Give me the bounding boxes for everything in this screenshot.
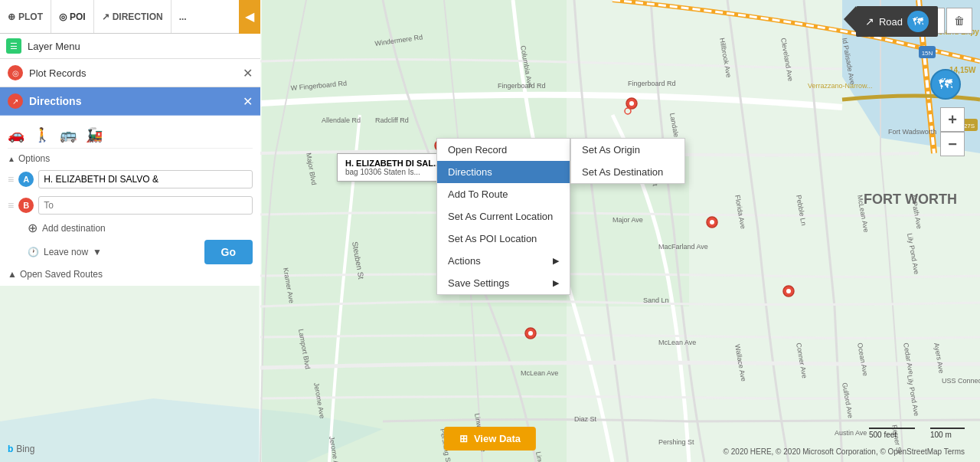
- svg-text:MacFarland Ave: MacFarland Ave: [658, 243, 708, 251]
- origin-row: ≡ A: [8, 170, 253, 188]
- svg-text:Radcliff Rd: Radcliff Rd: [375, 116, 409, 124]
- bing-icon: b: [8, 444, 13, 454]
- zoom-in-button[interactable]: +: [940, 107, 965, 132]
- road-view-button[interactable]: ↗ Road 🗺: [856, 6, 938, 37]
- ctx-save-settings[interactable]: Save Settings ▶: [437, 272, 570, 294]
- scale-meters-label: 100 m: [930, 431, 952, 439]
- directions-header: ↗ Directions ✕: [0, 87, 260, 116]
- add-dest-plus-icon: ⊕: [28, 221, 38, 235]
- zoom-controls: + −: [940, 107, 965, 156]
- transport-train-icon[interactable]: 🚂: [86, 126, 103, 143]
- dest-letter-badge: B: [18, 198, 34, 213]
- compass-button[interactable]: 🗺: [930, 69, 961, 100]
- toolbar: ⊕ PLOT ◎ POI ↗ DIRECTION ... ◀: [0, 0, 260, 34]
- open-saved-routes-row[interactable]: ▲ Open Saved Routes: [8, 269, 253, 280]
- ctx-directions[interactable]: Directions: [437, 161, 570, 183]
- directions-close-button[interactable]: ✕: [243, 94, 253, 109]
- fort-worth-text: FORT WORTH: [864, 192, 957, 207]
- options-arrow-icon: ▲: [8, 155, 15, 163]
- ctx-add-to-route[interactable]: Add To Route: [437, 183, 570, 205]
- bing-logo: b Bing: [8, 444, 34, 454]
- ctx-directions-label: Directions: [448, 166, 492, 178]
- svg-point-61: [710, 220, 714, 224]
- ctx-actions-label: Actions: [448, 255, 481, 267]
- leave-now-arrow-icon: ▼: [93, 247, 102, 257]
- svg-text:Major Ave: Major Ave: [612, 216, 643, 224]
- clock-icon: 🕐: [28, 247, 39, 257]
- svg-point-65: [786, 289, 791, 293]
- sub-ctx-set-destination[interactable]: Set As Destination: [571, 161, 684, 183]
- options-row[interactable]: ▲ Options: [8, 153, 253, 164]
- plot-records-panel: ◎ Plot Records ✕: [0, 59, 260, 87]
- origin-letter-badge: A: [18, 172, 34, 187]
- direction-label: DIRECTION: [113, 11, 163, 22]
- go-button[interactable]: Go: [204, 240, 253, 264]
- svg-text:27S: 27S: [964, 123, 975, 129]
- plot-records-close-button[interactable]: ✕: [243, 66, 253, 80]
- svg-text:Austin Ave: Austin Ave: [835, 429, 867, 437]
- direction-button[interactable]: ↗ DIRECTION: [94, 0, 172, 33]
- context-menu: Open Record Directions Add To Route Set …: [436, 138, 570, 295]
- road-btn-label: Road: [879, 16, 903, 28]
- location-popup: H. ELIZABETH DI SAL... bag 10306 Staten …: [337, 153, 449, 182]
- svg-text:Pershing St: Pershing St: [658, 438, 694, 446]
- options-label: Options: [18, 153, 50, 164]
- plot-records-icon: ◎: [8, 65, 23, 80]
- svg-text:Fort Wadsworth: Fort Wadsworth: [888, 128, 936, 136]
- svg-text:15N: 15N: [922, 50, 933, 57]
- svg-point-58: [629, 101, 634, 106]
- ctx-set-poi-location[interactable]: Set As POI Location: [437, 228, 570, 250]
- svg-text:McLean Ave: McLean Ave: [521, 369, 558, 377]
- transport-car-icon[interactable]: 🚗: [8, 126, 24, 143]
- origin-input[interactable]: [38, 170, 253, 188]
- ctx-open-record[interactable]: Open Record: [437, 139, 570, 161]
- delete-button[interactable]: 🗑: [946, 8, 972, 34]
- poi-button[interactable]: ◎ POI: [51, 0, 94, 33]
- layer-menu-panel[interactable]: ☰ Layer Menu: [0, 34, 260, 59]
- scale-feet-line: [869, 428, 915, 429]
- view-data-button[interactable]: ⊞ View Data: [444, 427, 536, 451]
- panel-collapse-arrow[interactable]: ◀: [239, 0, 260, 34]
- svg-text:Verrazzano-Narrow...: Verrazzano-Narrow...: [808, 82, 873, 90]
- ctx-save-settings-arrow-icon: ▶: [553, 278, 559, 288]
- svg-text:McLean Ave: McLean Ave: [658, 339, 696, 346]
- plot-button[interactable]: ⊕ PLOT: [0, 0, 51, 33]
- ctx-add-to-route-label: Add To Route: [448, 188, 508, 200]
- ctx-actions-arrow-icon: ▶: [553, 256, 559, 266]
- copyright-label: © 2020 HERE, © 2020 Microsoft Corporatio…: [724, 447, 965, 456]
- transport-bus-icon[interactable]: 🚌: [60, 126, 77, 143]
- ctx-set-current-location[interactable]: Set As Current Location: [437, 205, 570, 228]
- sub-ctx-set-origin[interactable]: Set As Origin: [571, 139, 684, 161]
- sub-context-menu: Set As Origin Set As Destination: [570, 138, 685, 184]
- add-destination-row[interactable]: ⊕ Add destination: [28, 221, 253, 235]
- ctx-set-poi-location-label: Set As POI Location: [448, 233, 537, 244]
- plot-records-title: Plot Records: [29, 67, 237, 79]
- svg-text:Diaz St: Diaz St: [574, 415, 597, 423]
- open-saved-arrow-icon: ▲: [8, 269, 17, 280]
- zoom-out-button[interactable]: −: [940, 132, 965, 156]
- transport-icons-row: 🚗 🚶 🚌 🚂: [8, 122, 253, 149]
- poi-icon: ◎: [59, 11, 67, 22]
- destination-input[interactable]: [38, 196, 253, 215]
- directions-icon: ↗: [8, 93, 23, 109]
- leave-now-row[interactable]: 🕐 Leave now ▼: [28, 247, 102, 257]
- sub-ctx-set-origin-label: Set As Origin: [582, 144, 640, 156]
- layer-menu-title: Layer Menu: [28, 41, 80, 52]
- poi-label: POI: [70, 11, 86, 22]
- bottom-actions-row: 🕐 Leave now ▼ Go: [8, 240, 253, 264]
- scale-meters-line: [930, 428, 965, 429]
- copyright-text: © 2020 HERE, © 2020 Microsoft Corporatio…: [724, 447, 965, 456]
- plot-icon: ⊕: [8, 11, 15, 22]
- transport-walk-icon[interactable]: 🚶: [34, 126, 51, 143]
- direction-nav-icon: ↗: [102, 11, 109, 22]
- svg-text:USS Connectic...: USS Connectic...: [942, 377, 980, 385]
- ctx-actions[interactable]: Actions ▶: [437, 250, 570, 272]
- svg-point-63: [528, 331, 533, 336]
- more-button[interactable]: ...: [172, 0, 194, 33]
- dest-drag-handle[interactable]: ≡: [8, 199, 14, 211]
- scale-feet-label: 500 feet: [869, 431, 897, 439]
- layer-menu-icon: ☰: [6, 38, 21, 54]
- origin-drag-handle[interactable]: ≡: [8, 173, 14, 185]
- road-btn-arrow: [844, 6, 856, 32]
- more-label: ...: [179, 11, 187, 22]
